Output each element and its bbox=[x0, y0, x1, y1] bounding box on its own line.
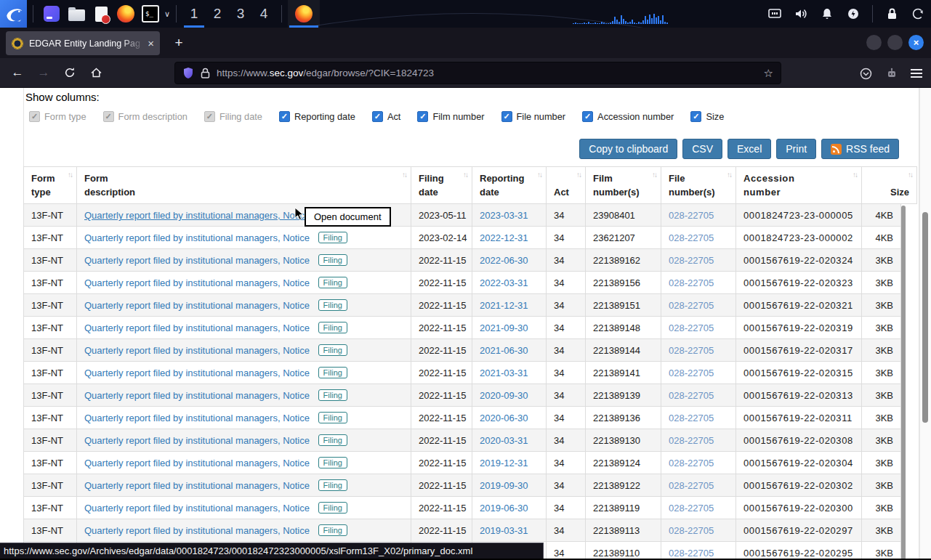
checkbox-icon[interactable]: ✓ bbox=[501, 111, 512, 122]
file-number-link[interactable]: 028-22705 bbox=[669, 413, 714, 423]
checkbox-icon[interactable]: ✓ bbox=[204, 111, 215, 122]
reporting-date-link[interactable]: 2020-03-31 bbox=[480, 435, 528, 446]
document-link[interactable]: Quarterly report filed by institutional … bbox=[84, 458, 310, 468]
filing-badge[interactable]: Filing bbox=[318, 299, 347, 311]
column-toggle[interactable]: ✓ Film number bbox=[417, 111, 484, 122]
document-link[interactable]: Quarterly report filed by institutional … bbox=[84, 480, 310, 491]
filing-badge[interactable]: Filing bbox=[318, 322, 347, 333]
file-number-link[interactable]: 028-22705 bbox=[669, 390, 714, 401]
reporting-date-link[interactable]: 2023-03-31 bbox=[480, 210, 528, 221]
maximize-button[interactable] bbox=[887, 35, 903, 50]
file-number-link[interactable]: 028-22705 bbox=[669, 548, 714, 559]
column-toggle[interactable]: ✓ Reporting date bbox=[279, 111, 355, 122]
back-button[interactable]: ← bbox=[6, 62, 29, 84]
sort-icon[interactable]: ↑↓ bbox=[402, 171, 406, 179]
document-link[interactable]: Quarterly report filed by institutional … bbox=[84, 390, 310, 401]
document-link[interactable]: Quarterly report filed by institutional … bbox=[84, 368, 310, 378]
text-editor-icon[interactable] bbox=[89, 0, 113, 28]
column-header-size[interactable]: ↑↓ Size bbox=[862, 167, 917, 204]
filing-badge[interactable]: Filing bbox=[318, 367, 347, 378]
file-number-link[interactable]: 028-22705 bbox=[669, 300, 714, 311]
url-bar[interactable]: https://www.sec.gov/edgar/browse/?CIK=18… bbox=[174, 62, 781, 84]
csv-button[interactable]: CSV bbox=[682, 139, 722, 159]
system-monitor-graph[interactable] bbox=[573, 0, 682, 28]
reporting-date-link[interactable]: 2022-03-31 bbox=[480, 277, 528, 288]
firefox-launcher-icon[interactable] bbox=[113, 0, 138, 28]
url-text[interactable]: https://www.sec.gov/edgar/browse/?CIK=18… bbox=[217, 68, 758, 78]
file-number-link[interactable]: 028-22705 bbox=[669, 232, 714, 243]
power-manager-icon[interactable] bbox=[840, 0, 866, 28]
notifications-bell-icon[interactable] bbox=[814, 0, 840, 28]
checkbox-icon[interactable]: ✓ bbox=[372, 111, 383, 122]
file-number-link[interactable]: 028-22705 bbox=[669, 322, 714, 333]
sort-icon[interactable]: ↑↓ bbox=[908, 171, 912, 179]
reload-button[interactable] bbox=[58, 62, 81, 84]
rss-feed-button[interactable]: RSS feed bbox=[821, 139, 899, 159]
filing-badge[interactable]: Filing bbox=[318, 524, 347, 536]
menu-hamburger-icon[interactable] bbox=[906, 64, 927, 83]
copy-to-clipboard-button[interactable]: Copy to clipboard bbox=[579, 139, 677, 159]
checkbox-icon[interactable]: ✓ bbox=[417, 111, 428, 122]
document-link[interactable]: Quarterly report filed by institutional … bbox=[84, 345, 310, 356]
reporting-date-link[interactable]: 2022-12-31 bbox=[480, 232, 528, 243]
reporting-date-link[interactable]: 2020-09-30 bbox=[480, 390, 528, 401]
column-header-filing[interactable]: ↑↓ Filing date bbox=[411, 167, 472, 204]
sort-icon[interactable]: ↑↓ bbox=[463, 171, 467, 179]
column-header-formtype[interactable]: ↑↓ Form type bbox=[24, 167, 77, 204]
filing-badge[interactable]: Filing bbox=[318, 344, 347, 356]
filing-badge[interactable]: Filing bbox=[318, 389, 347, 401]
checkbox-icon[interactable]: ✓ bbox=[29, 111, 40, 122]
bookmark-star-icon[interactable]: ☆ bbox=[764, 67, 773, 80]
sort-icon[interactable]: ↑↓ bbox=[853, 171, 857, 179]
document-link[interactable]: Quarterly report filed by institutional … bbox=[84, 503, 310, 514]
document-link[interactable]: Quarterly report filed by institutional … bbox=[84, 255, 310, 266]
filing-badge[interactable]: Filing bbox=[318, 232, 347, 243]
tab-close-icon[interactable]: × bbox=[148, 37, 154, 49]
filing-badge[interactable]: Filing bbox=[318, 412, 347, 423]
file-number-link[interactable]: 028-22705 bbox=[669, 480, 714, 491]
column-header-film[interactable]: ↑↓ Film number(s) bbox=[586, 167, 661, 204]
column-header-reporting[interactable]: ↑↓ Reporting date bbox=[472, 167, 547, 204]
close-window-button[interactable]: × bbox=[908, 35, 924, 50]
reporting-date-link[interactable]: 2019-06-30 bbox=[480, 503, 528, 514]
column-toggle[interactable]: ✓ Act bbox=[372, 111, 401, 122]
new-tab-button[interactable]: + bbox=[169, 33, 189, 53]
column-toggle[interactable]: ✓ Size bbox=[690, 111, 724, 122]
filing-badge[interactable]: Filing bbox=[318, 502, 347, 514]
app-launcher-icon[interactable] bbox=[39, 0, 64, 28]
workspace-button[interactable]: 1 bbox=[182, 0, 206, 28]
kali-menu-button[interactable] bbox=[0, 0, 27, 28]
document-link[interactable]: Quarterly report filed by institutional … bbox=[84, 413, 310, 423]
column-toggle[interactable]: ✓ Accession number bbox=[582, 111, 674, 122]
checkbox-icon[interactable]: ✓ bbox=[690, 111, 701, 122]
sort-icon[interactable]: ↑↓ bbox=[68, 171, 72, 179]
reporting-date-link[interactable]: 2020-06-30 bbox=[480, 413, 528, 423]
home-button[interactable] bbox=[84, 62, 108, 84]
workspace-button[interactable]: 4 bbox=[252, 0, 275, 28]
volume-icon[interactable] bbox=[788, 0, 814, 28]
reporting-date-link[interactable]: 2021-12-31 bbox=[480, 300, 528, 311]
file-number-link[interactable]: 028-22705 bbox=[669, 210, 714, 221]
filing-badge[interactable]: Filing bbox=[318, 277, 347, 288]
chevron-down-icon[interactable]: ∨ bbox=[164, 9, 170, 19]
reporting-date-link[interactable]: 2021-03-31 bbox=[480, 368, 528, 378]
reporting-date-link[interactable]: 2021-06-30 bbox=[480, 345, 528, 356]
filing-badge[interactable]: Filing bbox=[318, 434, 347, 446]
checkbox-icon[interactable]: ✓ bbox=[582, 111, 593, 122]
sort-icon[interactable]: ↑↓ bbox=[576, 171, 581, 179]
terminal-launcher-icon[interactable]: $_ bbox=[138, 0, 163, 28]
logout-icon[interactable] bbox=[905, 0, 931, 28]
column-header-desc[interactable]: ↑↓ Form description bbox=[77, 167, 411, 204]
table-scrollbar-thumb[interactable] bbox=[901, 206, 906, 560]
file-number-link[interactable]: 028-22705 bbox=[669, 255, 714, 266]
reporting-date-link[interactable]: 2019-12-31 bbox=[480, 458, 528, 468]
column-toggle[interactable]: ✓ Filing date bbox=[204, 111, 262, 122]
document-link[interactable]: Quarterly report filed by institutional … bbox=[84, 322, 310, 333]
forward-button[interactable]: → bbox=[32, 62, 55, 84]
document-link[interactable]: Quarterly report filed by institutional … bbox=[84, 210, 310, 221]
column-toggle[interactable]: ✓ Form type bbox=[29, 111, 86, 122]
column-header-file[interactable]: ↑↓ File number(s) bbox=[661, 167, 736, 204]
browser-tab[interactable]: EDGAR Entity Landing Pag × bbox=[6, 31, 160, 55]
workspace-button[interactable]: 2 bbox=[206, 0, 229, 28]
column-header-act[interactable]: ↑↓ Act bbox=[547, 167, 586, 204]
